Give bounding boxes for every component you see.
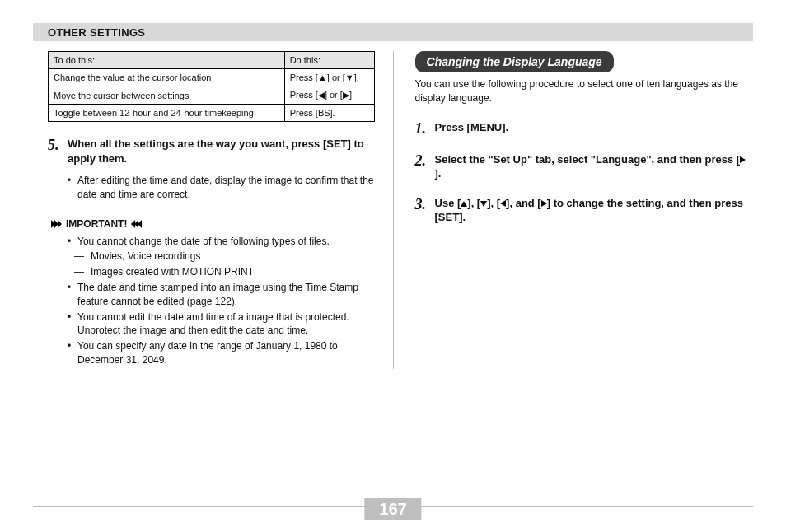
step-5-note: •After editing the time and date, displa… xyxy=(68,174,375,202)
text-fragment: Use [ xyxy=(435,197,461,209)
table-cell: Press [◀] or [▶]. xyxy=(284,86,374,105)
column-divider xyxy=(393,51,394,369)
table-cell: Press [BS]. xyxy=(284,105,374,122)
note-text: After editing the time and date, display… xyxy=(77,174,375,202)
list-subitem: Movies, Voice recordings xyxy=(91,250,200,264)
table-cell: Press [▲] or [▼]. xyxy=(284,69,374,86)
chevron-left-icon xyxy=(132,220,142,228)
table-cell: Toggle between 12-hour and 24-hour timek… xyxy=(49,105,285,122)
chevron-right-icon xyxy=(51,220,61,228)
text-fragment: ], [ xyxy=(487,197,500,209)
step-number: 2. xyxy=(415,152,435,181)
step-number: 5. xyxy=(48,137,68,166)
section-header: OTHER SETTINGS xyxy=(33,23,753,41)
step-5: 5. When all the settings are the way you… xyxy=(48,137,375,166)
list-item: You can specify any date in the range of… xyxy=(77,339,375,367)
list-item: You cannot change the date of the follow… xyxy=(77,235,330,249)
arrow-right-icon xyxy=(541,200,547,207)
intro-text: You can use the following procedure to s… xyxy=(415,77,746,105)
important-list: •You cannot change the date of the follo… xyxy=(68,235,375,367)
list-item: The date and time stamped into an image … xyxy=(77,281,375,309)
table-head-1: Do this: xyxy=(284,52,374,69)
left-column: To do this: Do this: Change the value at… xyxy=(33,51,391,369)
list-subitem: Images created with MOTION PRINT xyxy=(91,265,254,279)
list-item: You cannot edit the date and time of a i… xyxy=(77,310,375,338)
table-cell: Change the value at the cursor location xyxy=(49,69,285,86)
text-fragment: Select the "Set Up" tab, select "Languag… xyxy=(435,153,741,166)
text-fragment: ], and [ xyxy=(506,197,541,209)
step-2: 2. Select the "Set Up" tab, select "Lang… xyxy=(415,152,746,181)
table-head-0: To do this: xyxy=(49,52,285,69)
step-text: Use [], [], [], and [] to change the set… xyxy=(435,196,746,225)
action-table: To do this: Do this: Change the value at… xyxy=(48,51,375,122)
arrow-right-icon xyxy=(740,156,746,163)
step-number: 1. xyxy=(415,120,435,138)
step-3: 3. Use [], [], [], and [] to change the … xyxy=(415,196,746,225)
step-number: 3. xyxy=(415,196,435,225)
step-text: When all the settings are the way you wa… xyxy=(68,137,375,166)
step-1: 1. Press [MENU]. xyxy=(415,120,746,138)
important-heading: IMPORTANT! xyxy=(51,218,375,230)
section-pill: Changing the Display Language xyxy=(415,51,614,72)
right-column: Changing the Display Language You can us… xyxy=(395,51,753,369)
step-text: Press [MENU]. xyxy=(435,120,509,138)
step-text: Select the "Set Up" tab, select "Languag… xyxy=(435,152,746,181)
important-label: IMPORTANT! xyxy=(66,218,127,230)
table-cell: Move the cursor between settings xyxy=(49,86,285,105)
page-number: 167 xyxy=(364,498,421,520)
arrow-down-icon xyxy=(480,201,487,207)
text-fragment: ], [ xyxy=(467,197,480,209)
text-fragment: ]. xyxy=(435,167,442,180)
